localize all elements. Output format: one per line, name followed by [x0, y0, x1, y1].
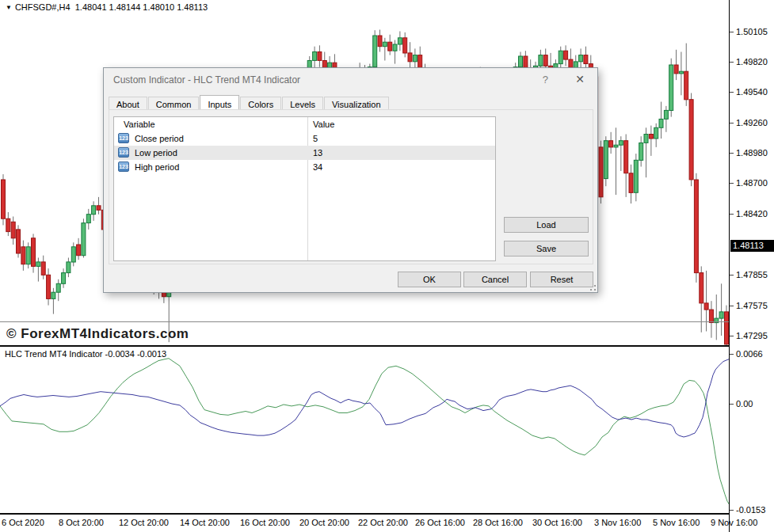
- candle-down: [709, 310, 713, 322]
- hlc-green-line: [0, 359, 729, 508]
- parameter-value[interactable]: 13: [313, 146, 322, 160]
- parameter-name: High period: [135, 160, 179, 174]
- candle-down: [629, 173, 633, 193]
- candle-up: [373, 36, 377, 67]
- price-axis-label: 1.48420: [736, 209, 768, 218]
- price-axis-tick: [730, 62, 734, 63]
- time-axis-label: 30 Oct 16:00: [532, 518, 582, 527]
- time-axis-label: 6 Oct 2020: [2, 518, 44, 527]
- indicator-axis-label: 0.0066: [736, 349, 763, 359]
- numeric-parameter-icon: 123: [118, 162, 129, 172]
- candle-up: [62, 273, 66, 284]
- candle-up: [644, 135, 648, 143]
- indicator-pane-chart[interactable]: HLC Trend MT4 Indicator -0.0034 -0.0013: [0, 346, 729, 513]
- hlc-blue-line: [0, 359, 729, 437]
- candle-down: [388, 42, 392, 51]
- indicator-pane-label: HLC Trend MT4 Indicator -0.0034 -0.0013: [5, 349, 166, 359]
- candle-down: [32, 238, 36, 267]
- parameter-name: Close period: [135, 131, 184, 146]
- price-axis-tick: [730, 153, 734, 154]
- price-axis-tick: [730, 306, 734, 306]
- table-row[interactable]: 123Low period13: [114, 146, 495, 160]
- candle-up: [519, 56, 523, 67]
- price-axis-label: 1.50105: [736, 27, 768, 36]
- time-axis-label: 9 Nov 16:00: [711, 518, 757, 527]
- time-axis[interactable]: 6 Oct 20208 Oct 20:0012 Oct 20:0014 Oct …: [0, 515, 729, 532]
- save-button[interactable]: Save: [504, 241, 589, 256]
- candle-up: [719, 312, 723, 318]
- candle-down: [41, 262, 45, 275]
- reset-button[interactable]: Reset: [530, 272, 593, 287]
- ok-button[interactable]: OK: [398, 272, 461, 287]
- dialog-title: Custom Indicator - HLC Trend MT4 Indicat…: [113, 74, 300, 86]
- price-axis[interactable]: 1.501051.498201.495401.492601.489801.487…: [729, 0, 774, 532]
- time-axis-label: 14 Oct 20:00: [180, 518, 230, 527]
- candle-up: [413, 55, 417, 62]
- numeric-parameter-icon: 123: [118, 133, 129, 143]
- numeric-parameter-icon: 123: [118, 147, 129, 158]
- candle-up: [92, 206, 96, 215]
- pane-separator[interactable]: [0, 345, 774, 347]
- load-button[interactable]: Load: [504, 217, 589, 233]
- time-axis-label: 12 Oct 20:00: [119, 518, 169, 527]
- candle-up: [664, 110, 668, 119]
- parameter-value[interactable]: 34: [313, 160, 322, 174]
- price-axis-tick: [730, 336, 734, 336]
- candle-down: [21, 247, 25, 264]
- help-icon[interactable]: ?: [543, 74, 548, 86]
- candle-down: [318, 52, 322, 61]
- parameter-name: Low period: [135, 146, 177, 160]
- price-axis-tick: [730, 214, 734, 215]
- candle-down: [624, 141, 628, 173]
- candle-up: [313, 52, 317, 61]
- resize-grip[interactable]: [590, 285, 596, 291]
- candle-down: [408, 53, 412, 62]
- candle-up: [559, 51, 562, 63]
- candle-up: [398, 38, 402, 44]
- table-row[interactable]: 123High period34: [114, 160, 495, 174]
- indicator-axis-label: -0.0153: [736, 505, 765, 515]
- symbol-period-label: CHFSGD#,H4: [15, 2, 71, 12]
- table-row[interactable]: 123Close period5: [114, 131, 495, 146]
- cancel-button[interactable]: Cancel: [463, 272, 527, 287]
- column-header-variable: Variable: [124, 117, 155, 131]
- candle-up: [36, 262, 40, 267]
- candle-up: [634, 160, 638, 192]
- price-axis-tick: [730, 32, 734, 32]
- time-axis-label: 3 Nov 16:00: [594, 518, 641, 527]
- dialog-tabs: AboutCommonInputsColorsLevelsVisualizati…: [109, 94, 390, 110]
- candle-up: [86, 215, 90, 223]
- candle-up: [56, 283, 60, 292]
- price-axis-tick: [730, 123, 734, 124]
- candle-up: [26, 247, 30, 264]
- candle-up: [659, 119, 663, 127]
- watermark: © ForexMT4Indicators.com: [6, 326, 189, 341]
- candle-up: [619, 141, 623, 146]
- candle-down: [11, 222, 15, 238]
- parameter-value[interactable]: 5: [313, 131, 318, 146]
- time-axis-label: 5 Nov 16:00: [653, 518, 700, 527]
- candle-down: [689, 100, 693, 180]
- candle-up: [71, 247, 75, 262]
- time-axis-label: 28 Oct 16:00: [473, 518, 523, 527]
- candle-down: [524, 56, 528, 68]
- symbol-dropdown-icon[interactable]: ▼: [6, 4, 12, 11]
- candle-up: [604, 141, 608, 179]
- candle-down: [77, 245, 81, 256]
- custom-indicator-dialog: Custom Indicator - HLC Trend MT4 Indicat…: [103, 67, 598, 293]
- candle-up: [614, 145, 618, 147]
- quote-bar[interactable]: ▼CHFSGD#,H4 1.48041 1.48144 1.48010 1.48…: [6, 2, 208, 12]
- price-axis-label: 1.49260: [736, 118, 768, 127]
- candle-down: [543, 55, 547, 66]
- candle-down: [649, 135, 653, 139]
- price-axis-tick: [730, 275, 734, 276]
- candle-down: [47, 275, 51, 298]
- candle-down: [2, 180, 6, 218]
- price-axis-label: 1.47855: [736, 270, 768, 279]
- close-icon[interactable]: ✕: [575, 73, 585, 86]
- price-axis-label: 1.47295: [736, 331, 768, 340]
- candle-down: [564, 51, 568, 59]
- candle-up: [383, 42, 387, 47]
- ohlc-values: 1.48041 1.48144 1.48010 1.48113: [75, 2, 208, 12]
- parameters-table[interactable]: Variable Value 123Close period5123Low pe…: [113, 116, 496, 261]
